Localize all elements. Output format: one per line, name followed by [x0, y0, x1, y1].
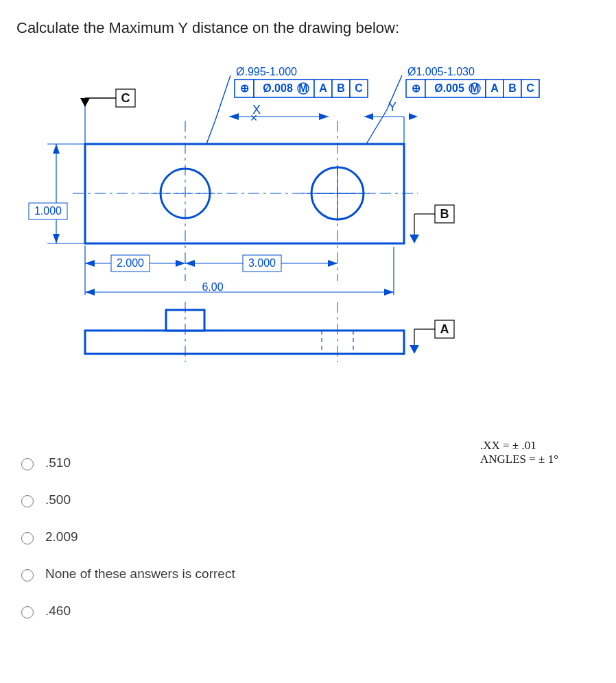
dim-y: Y	[364, 100, 418, 144]
svg-marker-69	[328, 260, 337, 267]
svg-text:6.00: 6.00	[202, 281, 223, 293]
option-b: .500	[18, 481, 598, 518]
option-c: 2.009	[18, 518, 598, 555]
option-c-radio[interactable]	[21, 532, 34, 544]
svg-text:×: ×	[250, 111, 258, 125]
svg-text:B: B	[508, 82, 517, 94]
svg-marker-37	[409, 113, 418, 120]
svg-text:C: C	[121, 91, 130, 105]
answer-options: .510 .500 2.009 None of these answers is…	[16, 439, 600, 635]
svg-line-12	[215, 75, 230, 120]
dim-3000: 3.000	[185, 255, 337, 272]
svg-text:B: B	[440, 207, 449, 221]
svg-text:⊕: ⊕	[412, 82, 420, 94]
engineering-drawing: Ø.995-1.000 ⊕ Ø.008 M A B C	[16, 55, 600, 439]
option-e-label[interactable]: .460	[45, 603, 71, 619]
option-d: None of these answers is correct	[18, 555, 598, 592]
option-e: .460	[18, 592, 598, 630]
svg-marker-32	[319, 113, 329, 120]
dim-2000: 2.000	[85, 245, 185, 295]
svg-text:A: A	[490, 82, 499, 94]
svg-text:B: B	[337, 82, 345, 94]
svg-text:C: C	[355, 82, 363, 94]
svg-marker-68	[185, 260, 195, 267]
svg-marker-41	[80, 98, 90, 107]
option-d-label[interactable]: None of these answers is correct	[45, 566, 235, 582]
svg-text:Y: Y	[388, 100, 396, 114]
hole2-dia: Ø1.005-1.030	[407, 66, 475, 77]
svg-marker-77	[410, 235, 419, 243]
svg-text:A: A	[319, 82, 327, 94]
svg-marker-62	[85, 260, 95, 267]
svg-text:M: M	[470, 82, 479, 94]
svg-marker-31	[229, 113, 239, 120]
svg-marker-63	[176, 260, 185, 267]
svg-marker-55	[53, 144, 60, 154]
datum-b: B	[410, 205, 454, 243]
svg-text:Ø.005: Ø.005	[434, 82, 464, 94]
option-a-radio[interactable]	[21, 458, 34, 470]
svg-text:⊕: ⊕	[240, 82, 249, 94]
datum-a: A	[410, 320, 454, 354]
option-e-radio[interactable]	[21, 606, 34, 619]
svg-marker-88	[410, 345, 419, 354]
svg-text:2.000: 2.000	[117, 257, 144, 269]
dim-x: X ×	[229, 103, 329, 125]
svg-text:A: A	[440, 322, 449, 336]
svg-rect-82	[85, 331, 404, 354]
svg-marker-36	[364, 113, 373, 120]
svg-marker-73	[85, 289, 95, 296]
svg-text:Ø.008: Ø.008	[263, 82, 293, 94]
option-a-label[interactable]: .510	[45, 455, 71, 470]
svg-marker-74	[384, 289, 394, 296]
svg-text:1.000: 1.000	[34, 205, 62, 217]
svg-text:3.000: 3.000	[248, 257, 276, 269]
svg-text:C: C	[526, 82, 534, 94]
option-d-radio[interactable]	[21, 569, 34, 582]
svg-text:M: M	[298, 82, 307, 94]
option-b-radio[interactable]	[21, 495, 34, 507]
svg-marker-56	[53, 234, 60, 243]
option-b-label[interactable]: .500	[45, 492, 71, 507]
side-view	[85, 302, 404, 362]
hole1-dia: Ø.995-1.000	[236, 66, 297, 77]
option-c-label[interactable]: 2.009	[45, 529, 78, 544]
tolerance-notes: .XX = ± .01 ANGLES = ± 1°	[480, 439, 558, 466]
question-text: Calculate the Maximum Y distance on the …	[16, 19, 600, 37]
